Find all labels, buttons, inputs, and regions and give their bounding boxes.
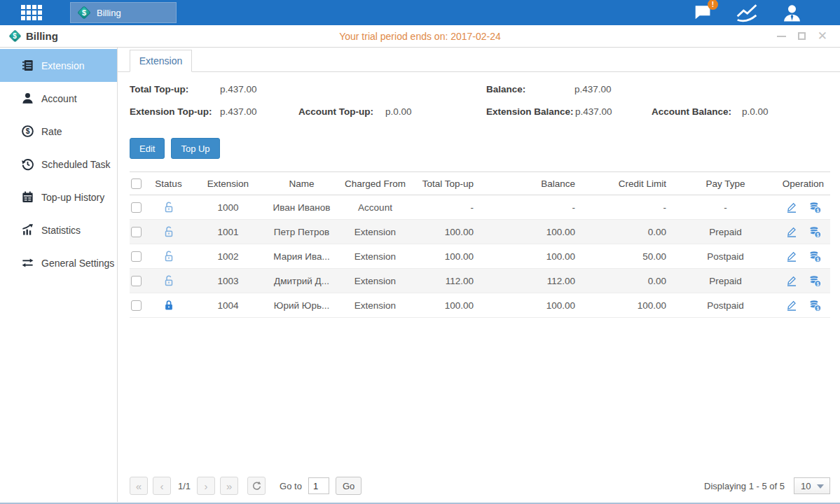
minimize-icon[interactable] bbox=[777, 31, 786, 41]
row-checkbox[interactable] bbox=[131, 227, 142, 237]
top-up-coins-icon[interactable]: $ bbox=[808, 274, 822, 288]
extension-topup-value: p.437.00 bbox=[220, 106, 257, 117]
cell-charged-from: Extension bbox=[335, 300, 415, 311]
top-up-coins-icon[interactable]: $ bbox=[808, 299, 822, 312]
account-balance-value: p.0.00 bbox=[742, 106, 769, 117]
action-buttons: Edit Top Up bbox=[130, 138, 830, 159]
tab-strip: Extension bbox=[130, 49, 830, 72]
cell-pay-type: Prepaid bbox=[675, 227, 776, 237]
app-window: $ Billing ! bbox=[0, 0, 840, 504]
cell-balance: - bbox=[482, 202, 584, 213]
extension-table: Status Extension Name Charged From Total… bbox=[130, 172, 830, 318]
cell-extension: 1002 bbox=[188, 251, 268, 262]
cell-total-topup: 112.00 bbox=[415, 276, 482, 286]
svg-text:$: $ bbox=[816, 256, 819, 262]
extension-topup-label: Extension Top-up: bbox=[130, 106, 212, 117]
cell-extension: 1001 bbox=[188, 227, 268, 237]
edit-pencil-icon[interactable] bbox=[785, 225, 798, 238]
user-account-icon[interactable] bbox=[782, 4, 802, 22]
edit-button[interactable]: Edit bbox=[130, 138, 165, 159]
top-up-coins-icon[interactable]: $ bbox=[808, 250, 822, 263]
cell-charged-from: Account bbox=[335, 202, 415, 213]
billing-dollar-diamond-icon: $ bbox=[8, 30, 21, 43]
col-name[interactable]: Name bbox=[268, 178, 335, 189]
app-title-text: Billing bbox=[26, 30, 58, 42]
cell-credit-limit: 100.00 bbox=[584, 300, 675, 311]
taskbar-tab-billing[interactable]: $ Billing bbox=[70, 2, 177, 23]
displaying-text: Displaying 1 - 5 of 5 bbox=[704, 481, 785, 491]
top-up-coins-icon[interactable]: $ bbox=[808, 201, 822, 214]
table-row: 1004 Юрий Юрь... Extension 100.00 100.00… bbox=[130, 293, 830, 318]
col-pay-type[interactable]: Pay Type bbox=[675, 178, 776, 189]
cell-name: Петр Петров bbox=[268, 227, 335, 237]
table-row: 1002 Мария Ива... Extension 100.00 100.0… bbox=[130, 244, 830, 269]
col-total-topup[interactable]: Total Top-up bbox=[415, 178, 482, 189]
cell-extension: 1003 bbox=[188, 276, 268, 286]
sidebar-item-statistics[interactable]: Statistics bbox=[0, 214, 117, 246]
sidebar-item-general-settings[interactable]: General Settings bbox=[0, 246, 117, 279]
sidebar-item-label: General Settings bbox=[41, 258, 114, 269]
refresh-button[interactable] bbox=[247, 477, 266, 495]
reports-chart-icon[interactable] bbox=[736, 4, 758, 22]
col-status[interactable]: Status bbox=[149, 178, 188, 189]
extension-balance-label: Extension Balance: bbox=[486, 106, 574, 117]
table-row: 1000 Иван Иванов Account - - - - bbox=[130, 195, 830, 220]
sidebar-item-account[interactable]: Account bbox=[0, 82, 117, 115]
edit-pencil-icon[interactable] bbox=[785, 299, 798, 312]
select-all-checkbox[interactable] bbox=[131, 178, 142, 189]
cell-extension: 1000 bbox=[188, 202, 268, 213]
window-title-bar: $ Billing Your trial period ends on: 201… bbox=[0, 25, 840, 48]
sidebar-item-label: Rate bbox=[41, 126, 62, 137]
first-page-button[interactable]: « bbox=[130, 477, 148, 495]
page-size-select[interactable]: 10 bbox=[794, 477, 830, 494]
sidebar-item-topup-history[interactable]: Top-up History bbox=[0, 181, 117, 214]
col-extension[interactable]: Extension bbox=[188, 178, 268, 189]
top-up-button[interactable]: Top Up bbox=[171, 138, 219, 159]
page-indicator: 1/1 bbox=[178, 481, 191, 491]
row-checkbox[interactable] bbox=[131, 300, 142, 311]
cell-total-topup: - bbox=[415, 202, 482, 213]
cell-name: Иван Иванов bbox=[268, 202, 335, 213]
edit-pencil-icon[interactable] bbox=[785, 250, 798, 262]
col-credit-limit[interactable]: Credit Limit bbox=[584, 178, 675, 189]
page-size-value: 10 bbox=[801, 481, 811, 491]
dollar-circle-icon: $ bbox=[21, 125, 34, 138]
top-up-coins-icon[interactable]: $ bbox=[808, 225, 822, 239]
next-page-button[interactable]: › bbox=[197, 477, 215, 495]
notification-badge: ! bbox=[708, 0, 718, 10]
maximize-icon[interactable] bbox=[798, 31, 806, 41]
go-button[interactable]: Go bbox=[336, 477, 362, 495]
account-balance-label: Account Balance: bbox=[652, 106, 731, 117]
window-controls: ✕ bbox=[777, 31, 827, 41]
prev-page-button[interactable]: ‹ bbox=[153, 477, 171, 495]
sidebar-item-label: Account bbox=[41, 93, 77, 104]
sidebar-item-extension[interactable]: Extension bbox=[0, 49, 117, 82]
last-page-button[interactable]: » bbox=[220, 477, 238, 495]
history-clock-icon bbox=[21, 158, 34, 171]
cell-credit-limit: - bbox=[584, 202, 675, 213]
tab-extension[interactable]: Extension bbox=[130, 50, 192, 72]
pagination-bar: « ‹ 1/1 › » Go to Go Displaying 1 - 5 of… bbox=[130, 476, 830, 496]
col-charged-from[interactable]: Charged From bbox=[335, 178, 415, 189]
goto-page-input[interactable] bbox=[308, 477, 329, 494]
cell-extension: 1004 bbox=[188, 300, 268, 311]
svg-text:$: $ bbox=[816, 305, 819, 311]
edit-pencil-icon[interactable] bbox=[785, 201, 798, 214]
row-checkbox[interactable] bbox=[131, 202, 142, 213]
row-checkbox[interactable] bbox=[131, 251, 142, 262]
table-header: Status Extension Name Charged From Total… bbox=[130, 172, 830, 195]
notifications-chat-icon[interactable]: ! bbox=[693, 4, 712, 21]
edit-pencil-icon[interactable] bbox=[785, 274, 798, 287]
row-checkbox[interactable] bbox=[131, 276, 142, 286]
app-launcher-grid-icon[interactable] bbox=[21, 5, 42, 20]
cell-balance: 100.00 bbox=[482, 300, 584, 311]
refresh-icon bbox=[252, 481, 262, 491]
cell-total-topup: 100.00 bbox=[415, 251, 482, 262]
sidebar-item-rate[interactable]: $ Rate bbox=[0, 115, 117, 148]
sidebar-item-scheduled-task[interactable]: Scheduled Task bbox=[0, 148, 117, 181]
cell-balance: 100.00 bbox=[482, 227, 584, 237]
sliders-icon bbox=[21, 256, 34, 270]
table-row: 1003 Дмитрий Д... Extension 112.00 112.0… bbox=[130, 269, 830, 293]
close-icon[interactable]: ✕ bbox=[818, 31, 827, 41]
col-balance[interactable]: Balance bbox=[482, 178, 584, 189]
